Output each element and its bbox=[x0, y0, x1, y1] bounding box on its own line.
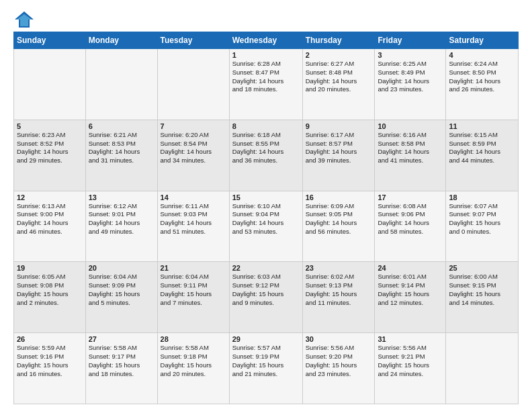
day-info: Sunrise: 6:17 AM Sunset: 8:57 PM Dayligh… bbox=[306, 131, 372, 165]
day-number: 9 bbox=[306, 122, 372, 130]
calendar-cell: 1Sunrise: 6:28 AM Sunset: 8:47 PM Daylig… bbox=[229, 49, 302, 120]
calendar-cell: 25Sunrise: 6:00 AM Sunset: 9:15 PM Dayli… bbox=[446, 262, 519, 333]
calendar-cell: 22Sunrise: 6:03 AM Sunset: 9:12 PM Dayli… bbox=[229, 262, 302, 333]
weekday-header: Sunday bbox=[14, 32, 86, 49]
calendar-cell bbox=[14, 49, 86, 120]
day-info: Sunrise: 6:20 AM Sunset: 8:54 PM Dayligh… bbox=[161, 131, 226, 165]
calendar-week-row: 19Sunrise: 6:05 AM Sunset: 9:08 PM Dayli… bbox=[14, 262, 519, 333]
day-info: Sunrise: 6:16 AM Sunset: 8:58 PM Dayligh… bbox=[378, 131, 443, 165]
weekday-header: Wednesday bbox=[229, 32, 302, 49]
weekday-header: Saturday bbox=[446, 32, 519, 49]
day-number: 26 bbox=[17, 335, 83, 343]
day-info: Sunrise: 5:58 AM Sunset: 9:17 PM Dayligh… bbox=[89, 344, 154, 378]
day-info: Sunrise: 5:56 AM Sunset: 9:20 PM Dayligh… bbox=[306, 344, 372, 378]
calendar-cell: 14Sunrise: 6:11 AM Sunset: 9:03 PM Dayli… bbox=[157, 191, 229, 262]
calendar-cell: 10Sunrise: 6:16 AM Sunset: 8:58 PM Dayli… bbox=[375, 120, 446, 191]
calendar-cell bbox=[446, 333, 519, 404]
logo-icon bbox=[13, 10, 32, 26]
calendar-cell: 26Sunrise: 5:59 AM Sunset: 9:16 PM Dayli… bbox=[14, 333, 86, 404]
weekday-header: Monday bbox=[85, 32, 157, 49]
calendar-cell: 28Sunrise: 5:58 AM Sunset: 9:18 PM Dayli… bbox=[157, 333, 229, 404]
page: SundayMondayTuesdayWednesdayThursdayFrid… bbox=[0, 0, 532, 411]
day-number: 24 bbox=[378, 264, 443, 272]
day-number: 14 bbox=[161, 193, 226, 201]
calendar-cell: 24Sunrise: 6:01 AM Sunset: 9:14 PM Dayli… bbox=[375, 262, 446, 333]
day-info: Sunrise: 6:07 AM Sunset: 9:07 PM Dayligh… bbox=[449, 202, 515, 236]
day-number: 16 bbox=[306, 193, 372, 201]
calendar-cell: 19Sunrise: 6:05 AM Sunset: 9:08 PM Dayli… bbox=[14, 262, 86, 333]
day-number: 8 bbox=[232, 122, 300, 130]
calendar-cell: 7Sunrise: 6:20 AM Sunset: 8:54 PM Daylig… bbox=[157, 120, 229, 191]
day-number: 3 bbox=[378, 51, 443, 59]
day-number: 6 bbox=[89, 122, 154, 130]
day-number: 11 bbox=[449, 122, 515, 130]
day-info: Sunrise: 6:13 AM Sunset: 9:00 PM Dayligh… bbox=[17, 202, 83, 236]
calendar-week-row: 26Sunrise: 5:59 AM Sunset: 9:16 PM Dayli… bbox=[14, 333, 519, 404]
calendar-cell: 21Sunrise: 6:04 AM Sunset: 9:11 PM Dayli… bbox=[157, 262, 229, 333]
calendar-cell: 29Sunrise: 5:57 AM Sunset: 9:19 PM Dayli… bbox=[229, 333, 302, 404]
day-number: 7 bbox=[161, 122, 226, 130]
day-number: 10 bbox=[378, 122, 443, 130]
calendar-cell: 5Sunrise: 6:23 AM Sunset: 8:52 PM Daylig… bbox=[14, 120, 86, 191]
day-info: Sunrise: 6:23 AM Sunset: 8:52 PM Dayligh… bbox=[17, 131, 83, 165]
weekday-header: Tuesday bbox=[157, 32, 229, 49]
calendar-week-row: 12Sunrise: 6:13 AM Sunset: 9:00 PM Dayli… bbox=[14, 191, 519, 262]
calendar-cell: 8Sunrise: 6:18 AM Sunset: 8:55 PM Daylig… bbox=[229, 120, 302, 191]
day-number: 15 bbox=[232, 193, 300, 201]
logo bbox=[13, 10, 35, 26]
day-number: 27 bbox=[89, 335, 154, 343]
day-number: 18 bbox=[449, 193, 515, 201]
calendar-cell bbox=[85, 49, 157, 120]
calendar-cell: 27Sunrise: 5:58 AM Sunset: 9:17 PM Dayli… bbox=[85, 333, 157, 404]
calendar-cell: 13Sunrise: 6:12 AM Sunset: 9:01 PM Dayli… bbox=[85, 191, 157, 262]
day-info: Sunrise: 5:58 AM Sunset: 9:18 PM Dayligh… bbox=[161, 344, 226, 378]
day-number: 25 bbox=[449, 264, 515, 272]
day-number: 19 bbox=[17, 264, 83, 272]
weekday-header: Thursday bbox=[302, 32, 375, 49]
calendar-cell: 6Sunrise: 6:21 AM Sunset: 8:53 PM Daylig… bbox=[85, 120, 157, 191]
calendar-cell: 11Sunrise: 6:15 AM Sunset: 8:59 PM Dayli… bbox=[446, 120, 519, 191]
day-info: Sunrise: 6:15 AM Sunset: 8:59 PM Dayligh… bbox=[449, 131, 515, 165]
calendar-cell: 31Sunrise: 5:56 AM Sunset: 9:21 PM Dayli… bbox=[375, 333, 446, 404]
day-number: 13 bbox=[89, 193, 154, 201]
weekday-header: Friday bbox=[375, 32, 446, 49]
calendar: SundayMondayTuesdayWednesdayThursdayFrid… bbox=[13, 32, 519, 404]
day-info: Sunrise: 6:11 AM Sunset: 9:03 PM Dayligh… bbox=[161, 202, 226, 236]
day-info: Sunrise: 6:04 AM Sunset: 9:09 PM Dayligh… bbox=[89, 273, 154, 307]
day-info: Sunrise: 5:56 AM Sunset: 9:21 PM Dayligh… bbox=[378, 344, 443, 378]
calendar-cell: 9Sunrise: 6:17 AM Sunset: 8:57 PM Daylig… bbox=[302, 120, 375, 191]
calendar-cell: 3Sunrise: 6:25 AM Sunset: 8:49 PM Daylig… bbox=[375, 49, 446, 120]
calendar-week-row: 1Sunrise: 6:28 AM Sunset: 8:47 PM Daylig… bbox=[14, 49, 519, 120]
day-number: 28 bbox=[161, 335, 226, 343]
day-number: 23 bbox=[306, 264, 372, 272]
day-number: 22 bbox=[232, 264, 300, 272]
calendar-cell: 16Sunrise: 6:09 AM Sunset: 9:05 PM Dayli… bbox=[302, 191, 375, 262]
calendar-cell: 12Sunrise: 6:13 AM Sunset: 9:00 PM Dayli… bbox=[14, 191, 86, 262]
calendar-body: 1Sunrise: 6:28 AM Sunset: 8:47 PM Daylig… bbox=[14, 49, 519, 404]
day-info: Sunrise: 6:18 AM Sunset: 8:55 PM Dayligh… bbox=[232, 131, 300, 165]
day-info: Sunrise: 6:12 AM Sunset: 9:01 PM Dayligh… bbox=[89, 202, 154, 236]
day-info: Sunrise: 6:04 AM Sunset: 9:11 PM Dayligh… bbox=[161, 273, 226, 307]
header bbox=[13, 10, 519, 26]
day-number: 21 bbox=[161, 264, 226, 272]
day-number: 4 bbox=[449, 51, 515, 59]
calendar-cell: 30Sunrise: 5:56 AM Sunset: 9:20 PM Dayli… bbox=[302, 333, 375, 404]
day-info: Sunrise: 6:08 AM Sunset: 9:06 PM Dayligh… bbox=[378, 202, 443, 236]
day-number: 1 bbox=[232, 51, 300, 59]
calendar-table: SundayMondayTuesdayWednesdayThursdayFrid… bbox=[13, 32, 519, 404]
day-info: Sunrise: 6:09 AM Sunset: 9:05 PM Dayligh… bbox=[306, 202, 372, 236]
day-info: Sunrise: 6:28 AM Sunset: 8:47 PM Dayligh… bbox=[232, 60, 300, 94]
calendar-cell: 17Sunrise: 6:08 AM Sunset: 9:06 PM Dayli… bbox=[375, 191, 446, 262]
header-row: SundayMondayTuesdayWednesdayThursdayFrid… bbox=[14, 32, 519, 49]
calendar-header: SundayMondayTuesdayWednesdayThursdayFrid… bbox=[14, 32, 519, 49]
calendar-week-row: 5Sunrise: 6:23 AM Sunset: 8:52 PM Daylig… bbox=[14, 120, 519, 191]
calendar-cell: 20Sunrise: 6:04 AM Sunset: 9:09 PM Dayli… bbox=[85, 262, 157, 333]
day-info: Sunrise: 6:24 AM Sunset: 8:50 PM Dayligh… bbox=[449, 60, 515, 94]
day-info: Sunrise: 6:00 AM Sunset: 9:15 PM Dayligh… bbox=[449, 273, 515, 307]
day-number: 20 bbox=[89, 264, 154, 272]
day-number: 2 bbox=[306, 51, 372, 59]
day-info: Sunrise: 6:10 AM Sunset: 9:04 PM Dayligh… bbox=[232, 202, 300, 236]
day-info: Sunrise: 6:27 AM Sunset: 8:48 PM Dayligh… bbox=[306, 60, 372, 94]
day-number: 29 bbox=[232, 335, 300, 343]
calendar-cell bbox=[157, 49, 229, 120]
